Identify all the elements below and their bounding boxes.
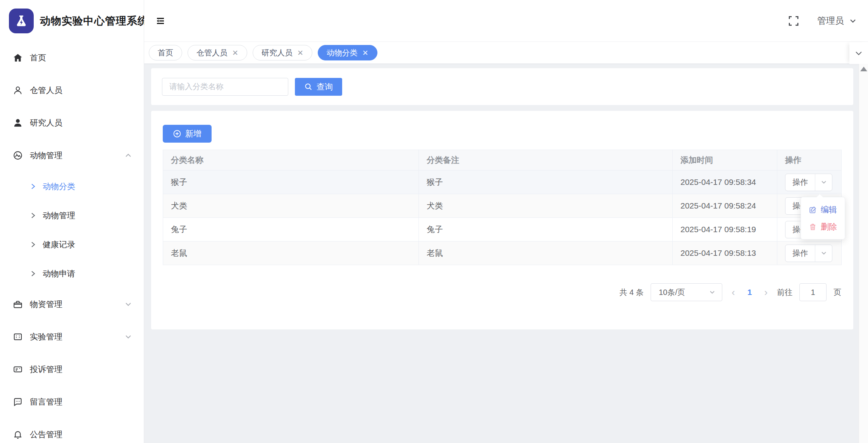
sidebar-item-label: 实验管理 <box>30 331 62 342</box>
add-button-label: 新增 <box>185 128 202 139</box>
tabbar: 首页 仓管人员 ✕ 研究人员 ✕ 动物分类 ✕ <box>144 41 868 64</box>
sidebar-item-label: 健康记录 <box>43 239 75 250</box>
home-icon <box>13 53 23 63</box>
row-action-split-button[interactable]: 操作 <box>785 174 832 191</box>
flask-logo-icon <box>9 9 34 33</box>
user-menu[interactable]: 管理员 <box>817 15 857 27</box>
row-action-dropdown: 编辑 删除 <box>801 197 845 240</box>
sidebar-item-label: 研究人员 <box>30 117 62 128</box>
vertical-scrollbar[interactable] <box>859 64 868 443</box>
fullscreen-icon[interactable] <box>788 15 799 27</box>
row-action-split-button[interactable]: 操作 <box>785 245 832 262</box>
chevron-right-icon <box>29 241 36 248</box>
row-action-label: 操作 <box>785 245 815 262</box>
app-title: 动物实验中心管理系统 <box>40 14 148 28</box>
sidebar-fold-button[interactable] <box>154 14 167 28</box>
sidebar-group-experiment-management[interactable]: 实验管理 <box>0 321 144 353</box>
sidebar-item-home[interactable]: 首页 <box>0 41 144 74</box>
ticket-icon <box>13 364 23 374</box>
goto-page-input[interactable] <box>799 283 827 301</box>
sidebar-subitem-animal-management[interactable]: 动物管理 <box>0 201 144 230</box>
sidebar-item-label: 首页 <box>30 52 46 63</box>
row-action-label: 操作 <box>785 174 815 191</box>
sidebar-item-label: 动物申请 <box>43 268 75 279</box>
category-name-input[interactable] <box>162 78 288 96</box>
chevron-down-icon[interactable] <box>815 245 832 262</box>
sidebar-item-researcher[interactable]: 研究人员 <box>0 107 144 139</box>
sidebar-item-message-management[interactable]: 留言管理 <box>0 386 144 418</box>
cell-note: 兔子 <box>419 218 673 241</box>
chat-icon <box>13 397 23 407</box>
tab-home[interactable]: 首页 <box>149 45 182 60</box>
tab-label: 仓管人员 <box>196 48 227 58</box>
chevron-down-icon <box>124 333 132 341</box>
sidebar-item-label: 公告管理 <box>30 429 62 440</box>
edit-icon <box>809 206 817 214</box>
close-icon[interactable]: ✕ <box>232 49 238 57</box>
tab-options-button[interactable] <box>849 42 868 64</box>
close-icon[interactable]: ✕ <box>297 49 303 57</box>
cell-time: 2025-04-17 09:58:24 <box>673 194 777 218</box>
suitcase-icon <box>13 299 23 309</box>
query-button-label: 查询 <box>317 81 333 92</box>
pagination-total: 共 4 条 <box>620 287 644 298</box>
sidebar-group-supplies-management[interactable]: 物资管理 <box>0 288 144 321</box>
pagination: 共 4 条 10条/页 ‹ 1 › 前往 页 <box>163 283 841 301</box>
page-size-select[interactable]: 10条/页 <box>651 283 722 301</box>
sidebar-item-announcement-management[interactable]: 公告管理 <box>0 418 144 443</box>
sidebar-item-label: 投诉管理 <box>30 364 62 375</box>
chevron-down-icon <box>849 17 857 25</box>
sidebar-subitem-health-records[interactable]: 健康记录 <box>0 230 144 259</box>
sidebar-item-warehouse-staff[interactable]: 仓管人员 <box>0 74 144 107</box>
picture-icon <box>13 150 23 160</box>
fold-menu-icon <box>155 16 166 26</box>
edit-menu-label: 编辑 <box>821 204 837 215</box>
tab-researcher[interactable]: 研究人员 ✕ <box>253 45 312 60</box>
tab-warehouse-staff[interactable]: 仓管人员 ✕ <box>188 45 247 60</box>
sidebar-item-label: 动物管理 <box>30 150 62 161</box>
tab-label: 动物分类 <box>327 48 358 58</box>
sidebar-group-animal-management[interactable]: 动物管理 <box>0 139 144 172</box>
search-icon <box>304 83 313 91</box>
close-icon[interactable]: ✕ <box>362 49 369 57</box>
chevron-right-icon <box>29 183 36 190</box>
cell-name: 老鼠 <box>163 241 419 265</box>
current-page[interactable]: 1 <box>744 288 755 297</box>
column-header-note: 分类备注 <box>419 150 673 171</box>
cell-time: 2025-04-17 09:58:34 <box>673 171 777 194</box>
edit-menu-item[interactable]: 编辑 <box>801 201 845 218</box>
table-row: 犬类 犬类 2025-04-17 09:58:24 操作 <box>163 194 842 218</box>
user-name: 管理员 <box>817 15 844 27</box>
goto-label: 前往 <box>777 287 792 298</box>
column-header-time: 添加时间 <box>673 150 777 171</box>
cell-note: 老鼠 <box>419 241 673 265</box>
page-unit-label: 页 <box>834 287 841 298</box>
sidebar-item-complaint-management[interactable]: 投诉管理 <box>0 353 144 386</box>
add-button[interactable]: 新增 <box>163 125 212 143</box>
column-header-actions: 操作 <box>777 150 842 171</box>
table-row: 兔子 兔子 2025-04-17 09:58:19 操作 <box>163 218 842 241</box>
cell-time: 2025-04-17 09:58:19 <box>673 218 777 241</box>
search-panel: 查询 <box>151 68 853 105</box>
chevron-right-icon <box>29 270 36 277</box>
cell-name: 兔子 <box>163 218 419 241</box>
query-button[interactable]: 查询 <box>295 78 342 96</box>
next-page-button[interactable]: › <box>762 287 770 297</box>
sidebar-subitem-animal-application[interactable]: 动物申请 <box>0 259 144 288</box>
tab-label: 首页 <box>158 48 173 58</box>
bell-icon <box>13 429 23 440</box>
scroll-up-arrow-icon[interactable] <box>860 67 867 71</box>
chevron-down-icon[interactable] <box>815 174 832 191</box>
chevron-down-icon <box>854 48 863 58</box>
header-actions: 管理员 <box>788 0 857 41</box>
user-filled-icon <box>13 118 23 128</box>
tab-animal-category[interactable]: 动物分类 ✕ <box>318 45 377 60</box>
prev-page-button[interactable]: ‹ <box>729 287 737 297</box>
sidebar-item-label: 动物分类 <box>43 181 75 192</box>
sidebar-subitem-animal-category[interactable]: 动物分类 <box>0 172 144 201</box>
delete-menu-item[interactable]: 删除 <box>801 218 845 235</box>
page-size-value: 10条/页 <box>659 287 685 298</box>
column-header-name: 分类名称 <box>163 150 419 171</box>
sidebar-item-label: 留言管理 <box>30 396 62 407</box>
trash-icon <box>809 223 817 231</box>
